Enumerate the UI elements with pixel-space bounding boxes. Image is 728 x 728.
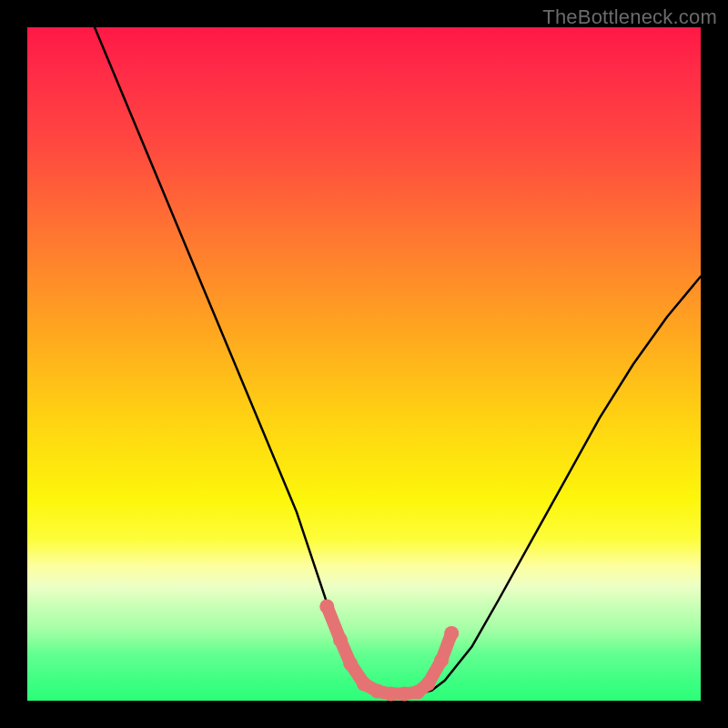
curve-marker [319,599,334,613]
plot-area [27,27,701,701]
curve-marker [370,684,385,699]
curve-marker [333,632,348,647]
curve-marker [444,626,459,641]
curve-marker [357,677,371,692]
curve-marker [434,653,449,668]
watermark-text: TheBottleneck.com [542,5,717,29]
curve-marker [384,687,399,702]
bottleneck-curve [95,27,701,694]
curve-marker [420,677,435,692]
chart-frame: TheBottleneck.com [0,0,728,728]
curve-marker [397,687,411,702]
curve-marker [343,656,358,671]
curve-layer [27,27,701,701]
